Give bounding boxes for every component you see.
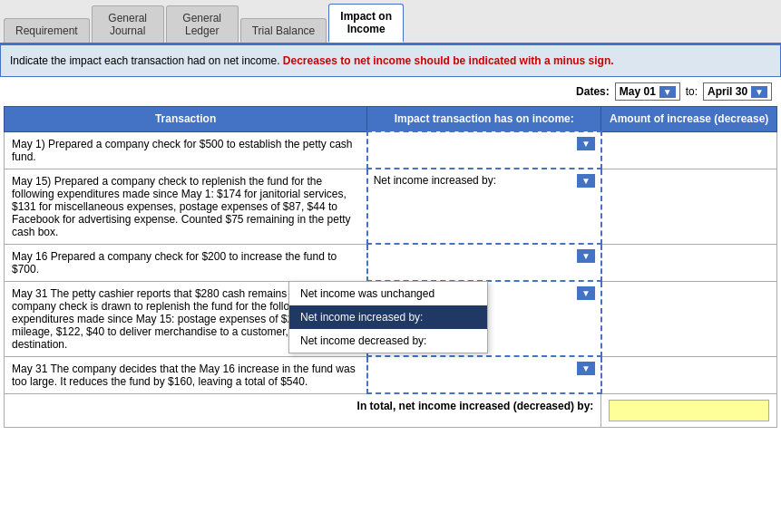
- amount-cell-5[interactable]: [601, 356, 777, 393]
- popup-option-increased[interactable]: Net income increased by:: [289, 305, 487, 329]
- info-bar: Indicate the impact each transaction had…: [0, 44, 781, 77]
- dates-label: Dates:: [576, 85, 610, 98]
- amount-cell-4[interactable]: [601, 281, 777, 356]
- date-from-arrow[interactable]: ▼: [659, 86, 676, 98]
- impact-dropdown-arrow-4[interactable]: ▼: [577, 286, 595, 300]
- tab-requirement[interactable]: Requirement: [4, 18, 90, 43]
- transaction-cell-3: May 16 Prepared a company check for $200…: [5, 244, 367, 281]
- tab-impact-on-income[interactable]: Impact onIncome: [328, 4, 404, 43]
- impact-dropdown-label-2: Net income increased by:: [374, 174, 496, 187]
- table-row: May 31 The company decides that the May …: [5, 356, 777, 393]
- impact-dropdown-cell-3[interactable]: ▼: [367, 244, 601, 281]
- footer-label-cell: In total, net income increased (decrease…: [5, 393, 601, 427]
- table-row: May 16 Prepared a company check for $200…: [5, 244, 777, 281]
- impact-dropdown-btn-3[interactable]: ▼: [370, 247, 599, 265]
- impact-dropdown-arrow-5[interactable]: ▼: [577, 362, 595, 375]
- date-to-select[interactable]: April 30 ▼: [703, 82, 772, 101]
- dates-to-label: to:: [686, 85, 698, 98]
- tab-general-journal[interactable]: GeneralJournal: [92, 5, 164, 43]
- col-header-amount: Amount of increase (decrease): [601, 107, 777, 132]
- info-text-highlight: Decreases to net income should be indica…: [283, 54, 614, 67]
- info-text-normal: Indicate the impact each transaction had…: [10, 54, 283, 67]
- popup-option-unchanged[interactable]: Net income was unchanged: [289, 282, 487, 305]
- impact-dropdown-arrow-3[interactable]: ▼: [577, 249, 595, 263]
- impact-dropdown-cell-2[interactable]: Net income increased by:▼: [367, 169, 601, 244]
- footer-amount-cell[interactable]: [601, 393, 777, 427]
- dates-row: Dates: May 01 ▼ to: April 30 ▼: [0, 77, 781, 106]
- date-from-value: May 01: [620, 85, 656, 98]
- impact-dropdown-btn-1[interactable]: ▼: [370, 134, 599, 152]
- date-to-arrow[interactable]: ▼: [751, 86, 767, 98]
- impact-dropdown-cell-5[interactable]: ▼: [367, 356, 601, 393]
- impact-dropdown-arrow-1[interactable]: ▼: [577, 137, 595, 150]
- amount-cell-3[interactable]: [601, 244, 777, 281]
- transaction-cell-5: May 31 The company decides that the May …: [5, 356, 367, 393]
- tab-general-ledger[interactable]: GeneralLedger: [166, 5, 239, 43]
- amount-cell-1[interactable]: [601, 131, 777, 169]
- tab-trial-balance[interactable]: Trial Balance: [240, 18, 327, 43]
- date-from-select[interactable]: May 01 ▼: [615, 82, 680, 101]
- impact-dropdown-cell-1[interactable]: ▼: [367, 131, 601, 169]
- col-header-transaction: Transaction: [5, 107, 367, 132]
- transaction-cell-2: May 15) Prepared a company check to repl…: [5, 169, 367, 244]
- table-row: May 15) Prepared a company check to repl…: [5, 169, 777, 244]
- main-table-container: Transaction Impact transaction has on in…: [0, 106, 781, 431]
- table-row: May 1) Prepared a company check for $500…: [5, 131, 777, 169]
- main-table: Transaction Impact transaction has on in…: [4, 106, 777, 428]
- amount-cell-2[interactable]: [601, 169, 777, 244]
- footer-total-input[interactable]: [609, 400, 769, 421]
- date-to-value: April 30: [708, 85, 747, 98]
- app-container: Requirement GeneralJournal GeneralLedger…: [0, 0, 781, 431]
- impact-dropdown-btn-2[interactable]: Net income increased by:▼: [370, 171, 599, 189]
- popup-option-decreased[interactable]: Net income decreased by:: [289, 329, 487, 353]
- col-header-impact: Impact transaction has on income:: [367, 107, 601, 132]
- dropdown-popup: Net income was unchanged Net income incr…: [288, 281, 488, 353]
- impact-dropdown-btn-5[interactable]: ▼: [370, 359, 599, 377]
- tab-bar: Requirement GeneralJournal GeneralLedger…: [0, 0, 781, 44]
- impact-dropdown-arrow-2[interactable]: ▼: [577, 174, 595, 188]
- transaction-cell-1: May 1) Prepared a company check for $500…: [5, 131, 367, 169]
